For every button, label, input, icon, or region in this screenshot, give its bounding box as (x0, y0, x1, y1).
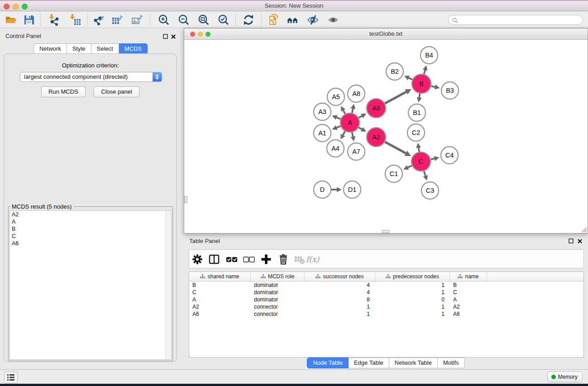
run-mcds-button[interactable]: Run MCDS (41, 86, 86, 97)
minimize-window-button[interactable] (13, 4, 19, 10)
table-row[interactable]: Adominator80A (189, 296, 583, 303)
export-network-icon[interactable] (92, 14, 105, 26)
cell[interactable]: B (450, 281, 487, 289)
show-column-icon[interactable] (208, 253, 220, 266)
table-row[interactable]: A6connector11A6 (189, 310, 583, 318)
edge-C-C2[interactable] (419, 148, 420, 152)
delete-table-icon[interactable] (293, 253, 306, 266)
column-header-successor-nodes[interactable]: successor nodes (305, 272, 375, 281)
resize-grip-icon[interactable] (581, 227, 587, 233)
mcds-result-item[interactable]: A (10, 218, 171, 225)
edge-A-A6[interactable] (359, 116, 362, 118)
edge-C-C4[interactable] (430, 158, 434, 159)
table-settings-icon[interactable] (191, 253, 204, 266)
bottom-splitter-grip[interactable] (382, 230, 389, 233)
close-network-window-button[interactable] (190, 32, 195, 37)
edge-A-A8[interactable] (352, 109, 353, 113)
save-icon[interactable] (23, 14, 35, 26)
table-row[interactable]: Bdominator41B (189, 281, 583, 289)
dropdown-arrows-icon[interactable] (153, 72, 162, 81)
import-network-icon[interactable] (48, 14, 61, 26)
column-header-name[interactable]: name (450, 272, 487, 281)
edge-A-A2[interactable] (359, 128, 362, 129)
edge-B-B3[interactable] (431, 86, 435, 87)
edge-A-A4[interactable] (343, 131, 345, 135)
cell[interactable]: A2 (450, 303, 487, 310)
table-row[interactable]: Cdominator41C (189, 289, 583, 296)
scrollbar[interactable] (165, 211, 171, 359)
edge-A-A3[interactable] (337, 117, 341, 119)
tab-edge-table[interactable]: Edge Table (349, 357, 389, 368)
refresh-icon[interactable] (242, 14, 255, 26)
show-all-icon[interactable] (327, 14, 339, 26)
cell[interactable]: 1 (375, 281, 450, 289)
close-panel-button[interactable]: Close panel (94, 86, 139, 97)
column-header-shared-name[interactable]: shared name (189, 272, 251, 281)
edge-C-C1[interactable] (408, 166, 412, 167)
tab-motifs[interactable]: Motifs (438, 357, 465, 368)
zoom-selected-icon[interactable] (217, 14, 229, 26)
cell[interactable]: 1 (375, 289, 450, 296)
create-column-icon[interactable] (260, 253, 272, 266)
close-window-button[interactable] (4, 4, 10, 10)
home-layout-icon[interactable] (287, 14, 299, 26)
zoom-network-window-button[interactable] (206, 32, 210, 37)
edge-C-C3[interactable] (424, 171, 425, 176)
tab-style[interactable]: Style (67, 43, 91, 54)
new-network-from-selection-icon[interactable] (268, 14, 281, 26)
table-row[interactable]: A2connector11A2 (189, 303, 583, 310)
cell[interactable]: A6 (189, 310, 251, 318)
cell[interactable]: dominator (251, 281, 305, 289)
close-panel-icon[interactable] (171, 33, 176, 38)
unselect-all-columns-icon[interactable] (243, 253, 255, 266)
edge-B-B2[interactable] (409, 78, 412, 80)
left-splitter-grip[interactable] (184, 196, 187, 203)
tab-network-table[interactable]: Network Table (389, 357, 438, 368)
zoom-fit-icon[interactable] (197, 14, 210, 26)
edge-A-A1[interactable] (337, 126, 341, 128)
cell[interactable]: 1 (305, 310, 375, 318)
export-table-icon[interactable] (111, 14, 124, 26)
close-table-panel-icon[interactable] (577, 238, 583, 243)
select-all-columns-icon[interactable] (225, 253, 238, 266)
cell[interactable]: 0 (375, 296, 450, 303)
mcds-result-item[interactable]: C (10, 233, 171, 240)
cell[interactable]: 4 (305, 289, 375, 296)
memory-button[interactable]: Memory (547, 372, 583, 382)
task-history-button[interactable] (4, 372, 18, 383)
edge-B-B4[interactable] (424, 70, 425, 74)
zoom-in-icon[interactable] (157, 14, 170, 26)
edge-A2-C[interactable] (385, 142, 406, 153)
tab-mcds[interactable]: MCDS (119, 43, 148, 54)
cell[interactable]: C (450, 289, 487, 296)
cell[interactable]: 8 (305, 296, 375, 303)
edge-A-A5[interactable] (343, 110, 345, 114)
hide-selected-icon[interactable] (306, 14, 319, 26)
edge-A-A7[interactable] (352, 132, 353, 136)
minimize-network-window-button[interactable] (198, 32, 203, 37)
cell[interactable]: A (450, 296, 487, 303)
cell[interactable]: 1 (305, 303, 375, 310)
column-header-MCDS-role[interactable]: MCDS role (251, 272, 305, 281)
open-file-icon[interactable] (5, 14, 17, 26)
edge-B-B1[interactable] (419, 94, 420, 98)
cell[interactable]: 4 (305, 281, 375, 289)
export-image-icon[interactable] (131, 14, 144, 26)
cell[interactable]: connector (251, 303, 305, 310)
cell[interactable]: C (189, 289, 251, 296)
edge-A6-B[interactable] (385, 92, 406, 103)
cell[interactable]: A (189, 296, 251, 303)
mcds-result-item[interactable]: B (10, 225, 171, 233)
mcds-result-list[interactable]: A2ABCA6 (10, 210, 172, 360)
import-table-icon[interactable] (69, 14, 81, 26)
float-table-panel-icon[interactable] (569, 238, 574, 243)
cell[interactable]: 1 (375, 303, 450, 310)
optimization-criterion-dropdown[interactable]: largest connected component (directed) (20, 72, 162, 82)
float-panel-icon[interactable] (163, 33, 168, 38)
network-canvas[interactable]: B4B2BB3A5A8A6B1A3AA1C2A2A4A7C4CC1C3DD1 (184, 40, 588, 233)
function-builder-button[interactable]: f(x) (306, 253, 319, 266)
cell[interactable]: 1 (375, 310, 450, 318)
cell[interactable]: dominator (251, 289, 305, 296)
network-graph[interactable]: B4B2BB3A5A8A6B1A3AA1C2A2A4A7C4CC1C3DD1 (184, 40, 588, 234)
cell[interactable]: dominator (251, 296, 305, 303)
